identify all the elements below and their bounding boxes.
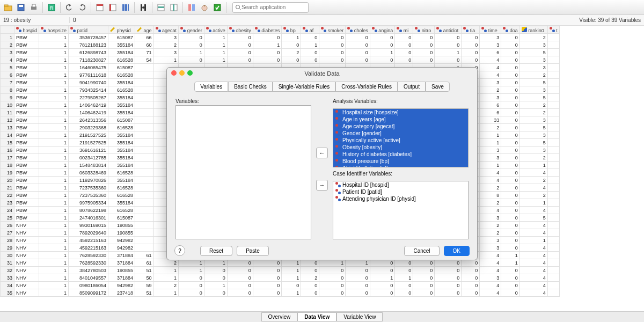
data-cell[interactable]: 0 bbox=[413, 274, 435, 282]
split-file-icon[interactable] bbox=[186, 2, 197, 13]
data-cell[interactable]: 0 bbox=[462, 41, 480, 49]
column-header[interactable]: hospsize bbox=[39, 26, 69, 34]
data-cell[interactable]: 0 bbox=[501, 79, 520, 86]
data-cell[interactable]: 190855 bbox=[108, 222, 135, 229]
data-cell[interactable]: 7934325414 bbox=[69, 86, 108, 94]
data-cell[interactable]: PBW bbox=[14, 109, 39, 116]
data-cell[interactable]: 2642313356 bbox=[69, 116, 108, 124]
data-cell[interactable]: 8078622198 bbox=[69, 207, 108, 214]
data-cell[interactable]: 355184 bbox=[108, 94, 135, 101]
data-cell[interactable]: 1 bbox=[39, 94, 69, 101]
data-cell[interactable]: 0 bbox=[501, 244, 520, 252]
data-cell[interactable] bbox=[135, 109, 154, 116]
data-cell[interactable] bbox=[547, 139, 559, 147]
data-cell[interactable] bbox=[135, 199, 154, 207]
data-cell[interactable]: 2191527525 bbox=[69, 139, 108, 147]
data-cell[interactable]: 2 bbox=[480, 124, 501, 131]
data-cell[interactable]: 0 bbox=[501, 274, 520, 282]
data-cell[interactable]: 8 bbox=[480, 192, 501, 199]
data-cell[interactable] bbox=[547, 259, 559, 267]
data-cell[interactable]: 3 bbox=[153, 34, 179, 41]
row-number[interactable]: 27 bbox=[1, 229, 14, 237]
data-cell[interactable]: 0 bbox=[346, 34, 370, 41]
data-cell[interactable]: 1 bbox=[39, 64, 69, 71]
data-cell[interactable]: 2 bbox=[480, 199, 501, 207]
data-cell[interactable]: 3 bbox=[480, 34, 501, 41]
data-cell[interactable]: 1 bbox=[39, 154, 69, 162]
data-cell[interactable]: PBW bbox=[14, 71, 39, 79]
data-cell[interactable] bbox=[547, 289, 559, 297]
column-header[interactable]: physid bbox=[108, 26, 135, 34]
data-cell[interactable]: 2474016301 bbox=[69, 214, 108, 222]
data-cell[interactable]: 0 bbox=[370, 41, 395, 49]
data-cell[interactable]: 616528 bbox=[108, 184, 135, 192]
data-cell[interactable]: 0 bbox=[370, 282, 395, 289]
data-cell[interactable]: 0 bbox=[346, 41, 370, 49]
row-number[interactable]: 32 bbox=[1, 267, 14, 274]
data-cell[interactable]: 0 bbox=[227, 56, 253, 64]
data-cell[interactable]: 1 bbox=[519, 199, 547, 207]
row-number[interactable]: 16 bbox=[1, 147, 14, 154]
row-number[interactable]: 22 bbox=[1, 192, 14, 199]
data-cell[interactable]: 1 bbox=[39, 274, 69, 282]
row-number[interactable]: 9 bbox=[1, 94, 14, 101]
data-cell[interactable] bbox=[547, 56, 559, 64]
data-cell[interactable]: 0 bbox=[501, 34, 520, 41]
data-cell[interactable]: 0 bbox=[346, 282, 370, 289]
data-cell[interactable]: 0 bbox=[301, 267, 319, 274]
data-cell[interactable]: 1 bbox=[39, 244, 69, 252]
dialog-tab-save[interactable]: Save bbox=[426, 82, 450, 92]
data-cell[interactable] bbox=[547, 244, 559, 252]
data-cell[interactable]: 0 bbox=[501, 41, 520, 49]
data-cell[interactable]: 1 bbox=[282, 274, 301, 282]
data-cell[interactable]: NHV bbox=[14, 274, 39, 282]
analysis-var-item[interactable]: History of diabetes [diabetes] bbox=[333, 151, 468, 158]
column-header[interactable]: af bbox=[301, 26, 319, 34]
data-cell[interactable]: 4 bbox=[519, 207, 547, 214]
data-cell[interactable]: 0 bbox=[501, 237, 520, 244]
data-cell[interactable]: PBW bbox=[14, 207, 39, 214]
row-number[interactable]: 19 bbox=[1, 169, 14, 177]
data-cell[interactable]: 6126898743 bbox=[69, 49, 108, 56]
data-cell[interactable]: 0 bbox=[501, 147, 520, 154]
data-cell[interactable]: 71 bbox=[135, 49, 154, 56]
data-cell[interactable] bbox=[547, 49, 559, 56]
data-cell[interactable]: 0 bbox=[319, 34, 346, 41]
data-cell[interactable]: 0 bbox=[462, 267, 480, 274]
data-cell[interactable]: 3 bbox=[519, 116, 547, 124]
analysis-var-item[interactable]: Hospital size [hospsize] bbox=[333, 109, 468, 116]
data-cell[interactable] bbox=[135, 222, 154, 229]
data-cell[interactable]: 616528 bbox=[108, 207, 135, 214]
data-cell[interactable]: 2903229368 bbox=[69, 124, 108, 131]
data-cell[interactable]: 1 bbox=[39, 116, 69, 124]
data-cell[interactable] bbox=[135, 116, 154, 124]
data-cell[interactable]: 4 bbox=[480, 64, 501, 71]
data-cell[interactable]: 0 bbox=[346, 56, 370, 64]
data-cell[interactable]: 0 bbox=[435, 289, 462, 297]
data-cell[interactable] bbox=[135, 177, 154, 184]
data-cell[interactable]: 2 bbox=[480, 229, 501, 237]
data-cell[interactable]: 7237535360 bbox=[69, 184, 108, 192]
row-number[interactable]: 10 bbox=[1, 101, 14, 109]
data-cell[interactable]: 1548483814 bbox=[69, 162, 108, 169]
row-number[interactable]: 23 bbox=[1, 199, 14, 207]
data-cell[interactable]: 5 bbox=[519, 139, 547, 147]
data-cell[interactable]: 61 bbox=[135, 252, 154, 259]
data-cell[interactable] bbox=[547, 131, 559, 139]
data-cell[interactable]: 1 bbox=[39, 214, 69, 222]
close-icon[interactable] bbox=[171, 70, 177, 76]
ok-button[interactable]: OK bbox=[444, 246, 470, 256]
data-cell[interactable]: 1 bbox=[370, 274, 395, 282]
data-cell[interactable]: 0 bbox=[501, 184, 520, 192]
row-number[interactable]: 25 bbox=[1, 214, 14, 222]
data-cell[interactable]: 3 bbox=[519, 131, 547, 139]
data-cell[interactable]: NHV bbox=[14, 267, 39, 274]
data-cell[interactable]: 4 bbox=[519, 169, 547, 177]
data-cell[interactable] bbox=[547, 162, 559, 169]
data-cell[interactable] bbox=[135, 147, 154, 154]
zoom-icon[interactable] bbox=[187, 70, 193, 76]
data-cell[interactable]: 0 bbox=[413, 282, 435, 289]
row-number[interactable]: 12 bbox=[1, 116, 14, 124]
data-cell[interactable]: 1 bbox=[370, 49, 395, 56]
data-cell[interactable]: PBW bbox=[14, 101, 39, 109]
